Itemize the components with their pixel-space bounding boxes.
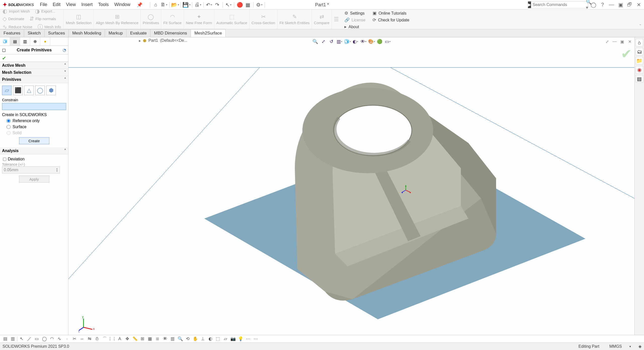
tab-feature-tree-icon[interactable]: 🧊 bbox=[0, 37, 10, 46]
export-label[interactable]: Export... bbox=[41, 9, 55, 13]
settings-row[interactable]: ⚙Settings bbox=[344, 11, 366, 16]
about-row[interactable]: ▸About bbox=[344, 24, 366, 29]
library-icon[interactable]: 📁 bbox=[636, 57, 643, 64]
status-chev-icon[interactable]: ▾ bbox=[629, 345, 631, 348]
motion-tab-icon[interactable]: ▥ bbox=[10, 336, 16, 342]
prim-cylinder-icon[interactable]: ⬛ bbox=[13, 86, 23, 95]
create-button[interactable]: Create bbox=[19, 137, 49, 144]
vp-expand-icon[interactable]: ⤢ bbox=[604, 39, 610, 44]
select-arrow-icon[interactable]: ↖ bbox=[18, 336, 25, 342]
ribbon-auto-surface[interactable]: ⬚Automatic Surface bbox=[214, 10, 250, 29]
ribbon-mesh-selection[interactable]: ◫Mesh Selection bbox=[64, 10, 94, 29]
status-extra-icon[interactable]: ◈ bbox=[638, 344, 641, 349]
open-icon[interactable]: 📂 bbox=[172, 1, 179, 8]
menu-edit[interactable]: Edit bbox=[50, 1, 63, 8]
view-palette-icon[interactable]: ◉ bbox=[636, 66, 643, 74]
fillet-tool-icon[interactable]: ⌒ bbox=[101, 336, 108, 342]
render-icon[interactable]: ▭ bbox=[384, 38, 391, 45]
hide-show-icon[interactable]: 👁 bbox=[360, 38, 367, 45]
settings-icon[interactable]: ⚙ bbox=[256, 1, 263, 8]
tab-mesh-modeling[interactable]: Mesh Modeling bbox=[69, 29, 105, 37]
home-pane-icon[interactable]: ⌂ bbox=[636, 39, 643, 46]
ribbon-primitives[interactable]: ◯Primitives bbox=[141, 10, 161, 29]
more1-icon[interactable]: ⋯ bbox=[245, 336, 251, 342]
save-icon[interactable]: 💾 bbox=[183, 1, 190, 8]
appearances-pane-icon[interactable]: ▤ bbox=[636, 75, 643, 83]
update-row[interactable]: ⟳Check for Update bbox=[373, 17, 410, 23]
trim-tool-icon[interactable]: ✂ bbox=[71, 336, 78, 342]
sect-analysis[interactable]: Analysis˄ bbox=[0, 147, 68, 154]
move-tool-icon[interactable]: ✥ bbox=[124, 336, 131, 342]
spline-tool-icon[interactable]: ∿ bbox=[56, 336, 63, 342]
rect-tool-icon[interactable]: ▭ bbox=[33, 336, 40, 342]
sect-active-mesh[interactable]: Active Mesh˄ bbox=[0, 62, 68, 69]
apply-button[interactable]: Apply bbox=[19, 176, 49, 183]
zoom-area-icon[interactable]: ⤢ bbox=[320, 38, 327, 45]
rebuild-icon[interactable]: 🔴 bbox=[236, 1, 243, 8]
dim-tool-icon[interactable]: ↔ bbox=[79, 336, 85, 342]
noise-label[interactable]: Reduce Noise bbox=[9, 25, 32, 29]
license-row[interactable]: 🔗License bbox=[344, 17, 366, 23]
meshinfo-label[interactable]: Mesh Info bbox=[45, 25, 61, 29]
measure-tool-icon[interactable]: 📏 bbox=[132, 336, 138, 342]
tab-mesh2surface[interactable]: Mesh2Surface bbox=[191, 29, 226, 37]
menu-tools[interactable]: Tools bbox=[96, 1, 111, 8]
view-orient-icon[interactable]: 🧊 bbox=[344, 38, 351, 45]
circle-tool-icon[interactable]: ◯ bbox=[41, 336, 48, 342]
ribbon-fit-sketch[interactable]: ✎Fit Sketch Entities bbox=[277, 10, 312, 29]
arc-tool-icon[interactable]: ◠ bbox=[49, 336, 55, 342]
resources-icon[interactable]: 🗂 bbox=[636, 48, 643, 55]
more2-icon[interactable]: ⋯ bbox=[252, 336, 259, 342]
constrain-field[interactable] bbox=[2, 103, 66, 110]
select-icon[interactable]: ↖ bbox=[225, 1, 232, 8]
options-icon[interactable]: ▦ bbox=[244, 1, 251, 8]
prev-view-icon[interactable]: ↺ bbox=[328, 38, 335, 45]
tab-features[interactable]: Features bbox=[0, 29, 24, 37]
grid-tool-icon[interactable]: ▦ bbox=[147, 336, 153, 342]
viewport[interactable]: ▸ ⬣ Part1 (Default<<De... bbox=[68, 37, 634, 342]
search-commands[interactable]: ▶ 🔍▾ bbox=[528, 1, 588, 8]
vp-max-icon[interactable]: ▣ bbox=[619, 39, 625, 44]
tab-mbd[interactable]: MBD Dimensions bbox=[150, 29, 191, 37]
tutorials-row[interactable]: ▣Online Tutorials bbox=[373, 11, 410, 16]
menu-view[interactable]: View bbox=[64, 1, 78, 8]
tab-markup[interactable]: Markup bbox=[105, 29, 127, 37]
prim-sphere-icon[interactable]: ◯ bbox=[35, 86, 45, 95]
vp-close-icon[interactable]: ✕ bbox=[627, 39, 632, 44]
persp-tool-icon[interactable]: ▱ bbox=[222, 336, 229, 342]
prim-box-icon[interactable]: ⬢ bbox=[46, 86, 56, 95]
wire-tool-icon[interactable]: ⬚ bbox=[215, 336, 221, 342]
undo-icon[interactable]: ↶ bbox=[206, 1, 213, 8]
ribbon-expand-icon[interactable]: ˆ bbox=[636, 10, 644, 29]
panel-help-icon[interactable]: ◔ bbox=[63, 48, 66, 52]
vp-min-icon[interactable]: — bbox=[612, 39, 617, 44]
point-tool-icon[interactable]: · bbox=[64, 336, 70, 342]
tab-display-icon[interactable]: ⊕ bbox=[30, 37, 40, 46]
deviation-checkbox[interactable]: Deviation bbox=[3, 157, 66, 161]
ribbon-fit-surface[interactable]: ◠Fit Surface bbox=[161, 10, 184, 29]
hide-tool-icon[interactable]: 👁 bbox=[162, 336, 168, 342]
decimate-label[interactable]: Decimate bbox=[8, 17, 24, 21]
search-input[interactable] bbox=[531, 3, 584, 7]
light-tool-icon[interactable]: 💡 bbox=[237, 336, 244, 342]
snap-tool-icon[interactable]: ⊞ bbox=[139, 336, 146, 342]
flip-label[interactable]: Flip normals bbox=[35, 17, 56, 21]
zoom-fit-icon[interactable]: 🔍 bbox=[312, 38, 318, 45]
zoom2-tool-icon[interactable]: 🔍 bbox=[177, 336, 183, 342]
tab-surfaces[interactable]: Surfaces bbox=[45, 29, 69, 37]
help-icon[interactable]: ? bbox=[599, 1, 606, 9]
text-tool-icon[interactable]: A bbox=[116, 336, 123, 342]
ribbon-align-mesh[interactable]: ⊞Align Mesh By Reference bbox=[94, 10, 141, 29]
camera-tool-icon[interactable]: 📷 bbox=[230, 336, 236, 342]
confirm-check-icon[interactable]: ✔ bbox=[621, 46, 632, 61]
tolerance-spinner[interactable]: ▲▼ bbox=[56, 168, 58, 172]
pattern-tool-icon[interactable]: ⋮⋮ bbox=[109, 336, 115, 342]
mirror-tool-icon[interactable]: ⇋ bbox=[86, 336, 93, 342]
view-triad-icon[interactable]: x y z bbox=[78, 315, 96, 332]
prim-plane-icon[interactable]: ▱ bbox=[2, 86, 12, 95]
tab-appearances-icon[interactable]: ● bbox=[40, 37, 50, 46]
tab-sketch[interactable]: Sketch bbox=[24, 29, 45, 37]
status-units[interactable]: MMGS bbox=[609, 344, 622, 349]
radio-surface[interactable]: Surface bbox=[7, 125, 66, 129]
close-icon[interactable]: ✕ bbox=[635, 1, 642, 9]
